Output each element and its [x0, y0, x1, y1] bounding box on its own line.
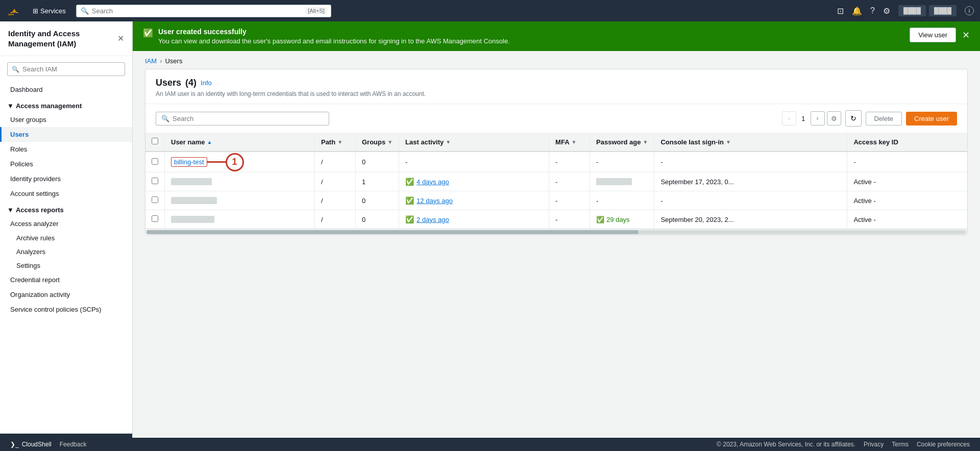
row3-activity-text[interactable]: 12 days ago [416, 197, 453, 205]
user-link-billing-test[interactable]: billing-test [171, 157, 207, 167]
row1-lastactivity: - [399, 152, 549, 172]
footer-feedback-link[interactable]: Feedback [60, 441, 87, 448]
breadcrumb-users: Users [165, 57, 182, 65]
footer-cookie-link[interactable]: Cookie preferences [917, 441, 970, 448]
breadcrumb-iam-link[interactable]: IAM [145, 57, 157, 65]
footer-cloudshell-button[interactable]: ❯_ CloudShell [10, 441, 52, 448]
global-search-input[interactable] [92, 7, 303, 15]
th-groups-label: Groups [362, 138, 385, 146]
help-icon[interactable]: ? [870, 6, 875, 15]
global-search-bar[interactable]: 🔍 [Alt+S] [76, 5, 331, 17]
nav-icons: ⊡ 🔔 ? ⚙ ████ ████ i [837, 5, 974, 16]
row4-passwordage: ✅ 29 days [590, 210, 654, 229]
sidebar-item-user-groups[interactable]: User groups [0, 112, 132, 127]
row2-checkbox[interactable] [145, 172, 165, 191]
sidebar-item-scp[interactable]: Service control policies (SCPs) [0, 302, 132, 317]
delete-button[interactable]: Delete [866, 112, 902, 126]
sidebar-item-users[interactable]: Users [0, 127, 132, 142]
row3-path: / [314, 191, 355, 210]
th-mfa-label: MFA [555, 138, 569, 146]
sidebar-section-access-management[interactable]: ▼ Access management [0, 97, 132, 112]
th-consolesignin[interactable]: Console last sign-in ▼ [654, 133, 847, 152]
sidebar-item-policies[interactable]: Policies [0, 157, 132, 171]
info-icon[interactable]: i [965, 6, 974, 15]
bottom-right: © 2023, Amazon Web Services, Inc. or its… [717, 441, 970, 448]
footer-cloudshell-icon: ❯_ [10, 441, 19, 448]
user-menu: ████ ████ [898, 5, 957, 16]
table-search-input[interactable] [173, 115, 324, 122]
sidebar-search-container: 🔍 [7, 62, 125, 76]
th-path[interactable]: Path ▼ [314, 133, 355, 152]
settings-icon[interactable]: ⚙ [883, 6, 890, 16]
row1-path: / [314, 152, 355, 172]
th-mfa[interactable]: MFA ▼ [549, 133, 590, 152]
sidebar-item-settings[interactable]: Settings [0, 259, 132, 272]
refresh-button[interactable]: ↻ [845, 110, 862, 127]
th-select-all[interactable] [145, 133, 165, 152]
view-user-button[interactable]: View user [910, 28, 956, 42]
row1-consolesignin: - [654, 152, 847, 172]
row2-activity-badge: ✅ 4 days ago [405, 178, 543, 186]
row2-activity-text[interactable]: 4 days ago [416, 178, 449, 186]
table-settings-button[interactable]: ⚙ [827, 111, 841, 126]
th-username[interactable]: User name ▲ [165, 133, 315, 152]
row2-username-blurred [171, 178, 212, 185]
scrollbar-thumb[interactable] [146, 230, 639, 234]
sidebar-item-account-settings[interactable]: Account settings [0, 186, 132, 201]
row2-select-checkbox[interactable] [152, 178, 158, 184]
select-all-checkbox[interactable] [152, 138, 158, 144]
sidebar-section-access-reports[interactable]: ▼ Access reports [0, 201, 132, 216]
row1-select-checkbox[interactable] [152, 158, 158, 165]
row2-username [165, 172, 315, 191]
next-page-button[interactable]: › [811, 111, 825, 126]
row3-checkbox[interactable] [145, 191, 165, 210]
horizontal-scrollbar[interactable] [145, 229, 967, 235]
row2-passwordage [590, 172, 654, 191]
success-content: User created successfully You can view a… [158, 28, 510, 45]
row1-groups: 0 [355, 152, 399, 172]
row1-checkbox[interactable] [145, 152, 165, 172]
sidebar-item-organization-activity[interactable]: Organization activity [0, 287, 132, 302]
users-info-link[interactable]: Info [201, 79, 212, 87]
footer-terms-link[interactable]: Terms [892, 441, 909, 448]
row3-select-checkbox[interactable] [152, 196, 158, 203]
row3-username [165, 191, 315, 210]
footer-privacy-link[interactable]: Privacy [864, 441, 884, 448]
monitor-icon[interactable]: ⊡ [837, 6, 844, 16]
th-accesskey[interactable]: Access key ID [847, 133, 967, 152]
success-description: You can view and download the user's pas… [158, 37, 510, 45]
sidebar-search-input[interactable] [22, 65, 120, 73]
row4-activity-text[interactable]: 2 days ago [416, 216, 449, 223]
banner-close-button[interactable]: ✕ [962, 30, 970, 41]
row4-select-checkbox[interactable] [152, 215, 158, 222]
sidebar-item-identity-providers[interactable]: Identity providers [0, 171, 132, 186]
breadcrumb-separator: › [160, 57, 162, 65]
user-region-button[interactable]: ████ [929, 5, 957, 16]
sidebar-item-analyzers[interactable]: Analyzers [0, 245, 132, 259]
access-reports-label: Access reports [16, 206, 64, 214]
row3-username-blurred [171, 197, 217, 204]
th-lastactivity[interactable]: Last activity ▼ [399, 133, 549, 152]
annotation-arrow: 1 [207, 153, 244, 171]
user-account-button[interactable]: ████ [898, 5, 926, 16]
th-passwordage[interactable]: Password age ▼ [590, 133, 654, 152]
row4-mfa-text: 29 days [606, 216, 630, 223]
sidebar-item-access-analyzer[interactable]: Access analyzer [0, 216, 132, 231]
sidebar-item-credential-report[interactable]: Credential report [0, 272, 132, 287]
row4-checkbox[interactable] [145, 210, 165, 229]
aws-logo[interactable]: aws [6, 3, 22, 19]
row2-groups: 1 [355, 172, 399, 191]
table-container: User name ▲ Path ▼ [145, 133, 967, 235]
sort-mfa-icon: ▼ [572, 139, 577, 145]
th-groups[interactable]: Groups ▼ [355, 133, 399, 152]
sidebar-item-dashboard[interactable]: Dashboard [0, 82, 132, 97]
bell-icon[interactable]: 🔔 [852, 6, 862, 16]
table-row: / 0 ✅ 12 days ago - - - Active [145, 191, 967, 210]
services-button[interactable]: ⊞ Services [29, 5, 70, 17]
sidebar-item-roles[interactable]: Roles [0, 142, 132, 157]
create-user-button[interactable]: Create user [906, 112, 957, 126]
sidebar-close-button[interactable]: ✕ [117, 34, 124, 43]
prev-page-button[interactable]: ‹ [782, 111, 796, 126]
sidebar-item-archive-rules[interactable]: Archive rules [0, 231, 132, 245]
row4-activity-check-icon: ✅ [405, 215, 414, 223]
